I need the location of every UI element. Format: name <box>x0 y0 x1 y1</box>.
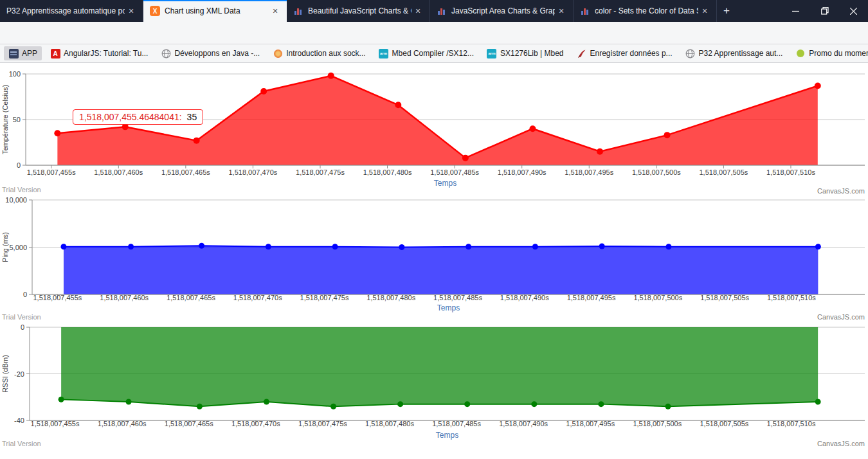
svg-text:1,518,007,505s: 1,518,007,505s <box>700 420 748 428</box>
svg-text:1,518,007,470s: 1,518,007,470s <box>229 168 278 176</box>
svg-text:5,000: 5,000 <box>9 244 27 251</box>
svg-text:1,518,007,460s: 1,518,007,460s <box>98 420 147 428</box>
close-window-button[interactable] <box>839 0 868 22</box>
tooltip-x-value: 1,518,007,455.46484041: <box>79 112 182 122</box>
canvasjs-credit-link[interactable]: CanvasJS.com <box>817 187 865 195</box>
svg-text:0: 0 <box>23 291 27 298</box>
svg-text:1,518,007,505s: 1,518,007,505s <box>700 294 749 302</box>
temperature-chart[interactable]: 0501001,518,007,455s1,518,007,460s1,518,… <box>0 64 868 193</box>
izy-icon <box>795 48 806 59</box>
bookmark-developpons-java[interactable]: Développons en Java -... <box>156 46 264 60</box>
svg-text:1,518,007,455s: 1,518,007,455s <box>31 420 80 428</box>
chart-tooltip: 1,518,007,455.46484041:35 <box>73 109 203 125</box>
bookmark-sx1276lib[interactable]: arm SX1276Lib | Mbed <box>482 46 568 60</box>
chart-favicon-icon <box>580 6 590 16</box>
tab-title: P32 Apprentissage automatique po <box>6 6 125 15</box>
svg-text:-40: -40 <box>14 417 24 424</box>
trial-version-label: Trial Version <box>2 186 41 194</box>
svg-text:1,518,007,490s: 1,518,007,490s <box>500 294 549 302</box>
canvasjs-credit-link[interactable]: CanvasJS.com <box>817 313 865 321</box>
svg-text:1,518,007,460s: 1,518,007,460s <box>100 294 149 302</box>
tab-js-area-charts[interactable]: JavaScript Area Charts & Graph × <box>430 0 574 22</box>
svg-text:1,518,007,495s: 1,518,007,495s <box>565 168 613 176</box>
svg-text:1,518,007,455s: 1,518,007,455s <box>27 168 76 176</box>
svg-text:1,518,007,500s: 1,518,007,500s <box>633 294 682 302</box>
tab-close-icon[interactable]: × <box>411 4 424 17</box>
svg-text:1,518,007,500s: 1,518,007,500s <box>632 168 681 176</box>
tab-title: Beautiful JavaScript Charts & G <box>308 6 411 15</box>
canvasjs-credit-link[interactable]: CanvasJS.com <box>817 440 865 447</box>
globe-icon <box>161 48 171 59</box>
svg-text:-20: -20 <box>14 370 24 378</box>
tab-p32-apprentissage[interactable]: P32 Apprentissage automatique po × <box>0 0 143 22</box>
svg-text:1,518,007,480s: 1,518,007,480s <box>365 420 414 428</box>
svg-text:1,518,007,465s: 1,518,007,465s <box>165 420 213 428</box>
bookmark-angularjs[interactable]: A AngularJS: Tutorial: Tu... <box>46 46 152 60</box>
angular-icon: A <box>50 48 60 59</box>
svg-text:1,518,007,500s: 1,518,007,500s <box>633 420 682 428</box>
svg-text:1,518,007,490s: 1,518,007,490s <box>499 420 548 428</box>
navigation-toolbar: ← → ⌂ localhost ⋯ ☆ ABP » ≡ <box>0 22 868 44</box>
quill-icon <box>577 48 587 59</box>
tab-color-data-series[interactable]: color - Sets the Color of Data S × <box>574 0 717 22</box>
bookmarks-toolbar: APP A AngularJS: Tutorial: Tu... Dévelop… <box>0 44 868 63</box>
svg-text:1,518,007,505s: 1,518,007,505s <box>699 168 748 176</box>
bookmark-enregistrer-donnees[interactable]: Enregistrer données p... <box>572 46 677 60</box>
page-content: 0501001,518,007,455s1,518,007,460s1,518,… <box>0 63 868 459</box>
tab-title: Chart using XML Data <box>165 6 269 15</box>
tab-title: color - Sets the Color of Data S <box>595 6 698 15</box>
svg-text:1,518,007,465s: 1,518,007,465s <box>167 294 215 302</box>
new-tab-button[interactable]: + <box>717 0 736 22</box>
minimize-button[interactable] <box>781 0 810 22</box>
svg-text:Temps: Temps <box>437 303 460 312</box>
bookmark-promo-izy[interactable]: Promo du moment | IZY <box>791 46 868 60</box>
bookmark-p32-apprentissage[interactable]: P32 Apprentissage aut... <box>681 46 788 60</box>
tab-close-icon[interactable]: × <box>555 4 568 17</box>
svg-text:10,000: 10,000 <box>5 196 27 204</box>
svg-text:1,518,007,510s: 1,518,007,510s <box>767 294 816 302</box>
svg-text:1,518,007,475s: 1,518,007,475s <box>298 420 347 428</box>
bookmark-app-folder[interactable]: APP <box>4 46 42 60</box>
xampp-icon: X <box>150 6 160 16</box>
tab-close-icon[interactable]: × <box>269 4 282 17</box>
rssi-chart[interactable]: -40-2001,518,007,455s1,518,007,460s1,518… <box>0 318 868 444</box>
svg-text:100: 100 <box>9 70 21 78</box>
svg-text:50: 50 <box>13 116 21 123</box>
tab-beautiful-js-charts[interactable]: Beautiful JavaScript Charts & G × <box>287 0 430 22</box>
tab-title: JavaScript Area Charts & Graph <box>451 6 555 15</box>
svg-text:1,518,007,510s: 1,518,007,510s <box>766 168 815 176</box>
chart-favicon-icon <box>293 6 303 16</box>
bookmark-sockets[interactable]: Introduction aux sock... <box>268 46 370 60</box>
svg-text:Temps: Temps <box>436 431 458 440</box>
svg-text:1,518,007,480s: 1,518,007,480s <box>363 168 412 176</box>
trial-version-label: Trial Version <box>2 440 41 447</box>
svg-text:1,518,007,465s: 1,518,007,465s <box>161 168 210 176</box>
svg-text:1,518,007,510s: 1,518,007,510s <box>767 420 816 428</box>
svg-text:1,518,007,490s: 1,518,007,490s <box>498 168 547 176</box>
svg-text:1,518,007,460s: 1,518,007,460s <box>94 168 143 176</box>
svg-text:RSSI (dBm): RSSI (dBm) <box>1 355 9 393</box>
svg-text:1,518,007,475s: 1,518,007,475s <box>300 294 349 302</box>
tab-close-icon[interactable]: × <box>698 4 711 17</box>
svg-text:0: 0 <box>21 323 24 331</box>
tooltip-y-value: 35 <box>187 112 197 122</box>
svg-text:1,518,007,470s: 1,518,007,470s <box>231 420 280 428</box>
bookmark-mbed-compiler[interactable]: arm Mbed Compiler /SX12... <box>374 46 478 60</box>
svg-text:1,518,007,485s: 1,518,007,485s <box>432 420 481 428</box>
ping-chart[interactable]: 05,00010,0001,518,007,455s1,518,007,460s… <box>0 190 868 316</box>
tab-chart-using-xml-data[interactable]: X Chart using XML Data × <box>143 0 287 22</box>
window-controls <box>781 0 868 22</box>
svg-text:1,518,007,485s: 1,518,007,485s <box>430 168 479 176</box>
trial-version-label: Trial Version <box>2 313 41 321</box>
sunburst-icon <box>273 48 283 59</box>
tab-close-icon[interactable]: × <box>125 4 138 17</box>
svg-text:Température (Celsius): Température (Celsius) <box>1 85 9 154</box>
svg-text:1,518,007,455s: 1,518,007,455s <box>33 294 82 302</box>
mbed-icon: arm <box>379 48 389 59</box>
mbed-icon: arm <box>487 48 497 59</box>
app-folder-icon <box>8 48 19 59</box>
chart-favicon-icon <box>437 6 447 16</box>
svg-text:Temps: Temps <box>434 179 457 188</box>
restore-button[interactable] <box>810 0 839 22</box>
svg-text:1,518,007,495s: 1,518,007,495s <box>567 294 616 302</box>
